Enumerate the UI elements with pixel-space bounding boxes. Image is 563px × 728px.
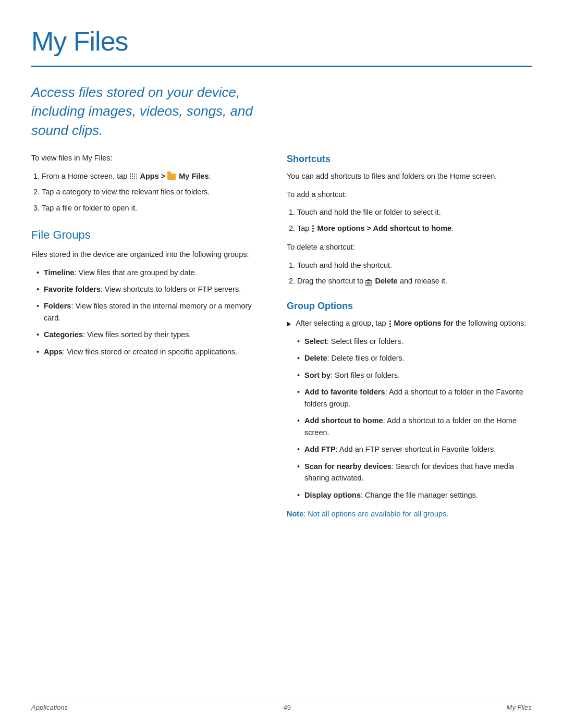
view-files-section: To view files in My Files: From a Home s… <box>31 152 255 214</box>
footer-left: Applications <box>31 702 68 713</box>
delete-step-1: Touch and hold the shortcut. <box>297 260 532 271</box>
list-item-delete: Delete: Delete files or folders. <box>297 352 532 364</box>
file-groups-heading: File Groups <box>31 226 255 243</box>
list-item-display-options: Display options: Change the file manager… <box>297 489 532 501</box>
step-2: Tap a category to view the relevant file… <box>42 186 255 198</box>
footer-right: My Files <box>507 702 532 713</box>
group-options-heading: Group Options <box>287 299 532 313</box>
page-title: My Files <box>31 21 532 61</box>
title-divider <box>31 66 532 67</box>
delete-icon <box>365 278 372 285</box>
group-options-section: Group Options After selecting a group, t… <box>287 299 532 520</box>
add-step-2: Tap More options > Add shortcut to home. <box>297 223 532 234</box>
two-column-layout: To view files in My Files: From a Home s… <box>31 152 532 532</box>
list-item-favorite-folders: Favorite folders: View shortcuts to fold… <box>36 283 255 295</box>
add-shortcut-steps: Touch and hold the file or folder to sel… <box>287 206 532 234</box>
file-groups-intro: Files stored in the device are organized… <box>31 249 255 260</box>
apps-label: Apps > <box>140 172 165 180</box>
delete-step-2: Drag the shortcut to Delete an <box>297 275 532 287</box>
intro-text: Access files stored on your device, incl… <box>31 83 255 140</box>
group-options-list: Select: Select files or folders. Delete:… <box>287 336 532 501</box>
note-label: Note <box>287 510 303 518</box>
shortcuts-heading: Shortcuts <box>287 152 532 166</box>
shortcuts-section: Shortcuts You can add shortcuts to files… <box>287 152 532 287</box>
file-groups-section: File Groups Files stored in the device a… <box>31 226 255 357</box>
step-3: Tap a file or folder to open it. <box>42 202 255 214</box>
view-files-steps: From a Home screen, tap Apps > My Files.… <box>31 170 255 214</box>
delete-shortcut-label: To delete a shortcut: <box>287 241 532 253</box>
arrow-right-icon <box>287 322 291 327</box>
step-1: From a Home screen, tap Apps > My Files. <box>42 170 255 182</box>
list-item-categories: Categories: View files sorted by their t… <box>36 329 255 340</box>
add-shortcut-label: To add a shortcut: <box>287 189 532 200</box>
group-options-intro: After selecting a group, tap More option… <box>287 317 532 329</box>
list-item-scan-nearby: Scan for nearby devices: Search for devi… <box>297 461 532 484</box>
file-groups-list: Timeline: View files that are grouped by… <box>31 267 255 358</box>
list-item-add-to-favorite: Add to favorite folders: Add a shortcut … <box>297 386 532 410</box>
note-text: Note: Not all options are available for … <box>287 508 532 520</box>
folder-icon <box>167 174 176 180</box>
left-column: To view files in My Files: From a Home s… <box>31 152 255 532</box>
list-item-timeline: Timeline: View files that are grouped by… <box>36 267 255 278</box>
list-item-select: Select: Select files or folders. <box>297 336 532 347</box>
list-item-apps: Apps: View files stored or created in sp… <box>36 346 255 357</box>
more-options-icon <box>312 225 314 232</box>
page-footer: Applications 49 My Files <box>31 697 532 713</box>
my-files-label: My Files <box>179 172 209 180</box>
delete-shortcut-steps: Touch and hold the shortcut. Drag the sh… <box>287 260 532 287</box>
more-options-icon-2 <box>389 320 391 327</box>
list-item-folders: Folders: View files stored in the intern… <box>36 300 255 324</box>
right-column: Shortcuts You can add shortcuts to files… <box>287 152 532 532</box>
list-item-add-shortcut-home: Add shortcut to home: Add a shortcut to … <box>297 415 532 438</box>
add-step-1: Touch and hold the file or folder to sel… <box>297 206 532 218</box>
apps-icon <box>129 173 137 180</box>
footer-page-number: 49 <box>284 702 291 713</box>
list-item-sort-by: Sort by: Sort files or folders. <box>297 369 532 381</box>
list-item-add-ftp: Add FTP: Add an FTP server shortcut in F… <box>297 443 532 455</box>
shortcuts-intro: You can add shortcuts to files and folde… <box>287 170 532 182</box>
view-files-label: To view files in My Files: <box>31 152 255 164</box>
